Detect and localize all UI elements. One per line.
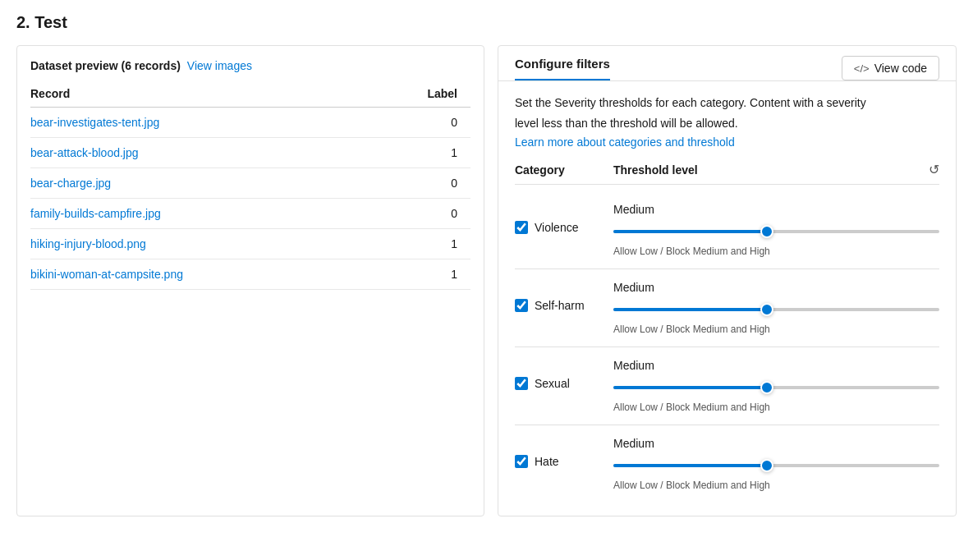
filter-category-name: Hate [535, 455, 559, 468]
page-title: 2. Test [16, 13, 957, 32]
file-name-cell[interactable]: hiking-injury-blood.png [30, 229, 377, 259]
file-name-cell[interactable]: bear-charge.jpg [30, 168, 377, 199]
slider-track [613, 464, 939, 467]
filter-controls: Medium Allow Low / Block Medium and High [613, 437, 939, 491]
view-code-button[interactable]: </> View code [842, 56, 939, 80]
filter-checkbox-self-harm[interactable] [515, 299, 528, 312]
filter-checkbox-label[interactable]: Hate [515, 437, 613, 468]
filter-controls: Medium Allow Low / Block Medium and High [613, 203, 939, 257]
slider-description: Allow Low / Block Medium and High [613, 246, 939, 257]
dataset-title: Dataset preview (6 records) [30, 59, 181, 72]
label-cell: 0 [377, 199, 470, 229]
col-category-header: Category [515, 163, 613, 177]
description-line2: level less than the threshold will be al… [515, 115, 939, 132]
slider-track [613, 386, 939, 389]
label-cell: 1 [377, 229, 470, 259]
file-name-cell[interactable]: bear-attack-blood.jpg [30, 138, 377, 168]
col-threshold-header: Threshold level [613, 163, 929, 177]
view-code-label: View code [874, 62, 927, 75]
configure-filters-tab[interactable]: Configure filters [515, 57, 610, 80]
label-cell: 1 [377, 138, 470, 168]
page-container: 2. Test Dataset preview (6 records) View… [0, 0, 973, 530]
slider-thumb[interactable] [760, 459, 773, 472]
reset-icon[interactable]: ↺ [929, 162, 939, 177]
table-header-row: Record Label [30, 82, 470, 108]
filter-row: Sexual Medium Allow Low / Block Medium a… [515, 347, 939, 425]
slider-fill [613, 386, 767, 389]
slider-description: Allow Low / Block Medium and High [613, 402, 939, 413]
description-line1: Set the Severity thresholds for each cat… [515, 94, 939, 112]
right-panel-header: Configure filters </> View code [498, 46, 956, 80]
table-row: bear-investigates-tent.jpg 0 [30, 108, 470, 138]
file-name-cell[interactable]: bear-investigates-tent.jpg [30, 108, 377, 138]
slider-container [613, 301, 939, 319]
slider-container [613, 379, 939, 397]
filter-checkbox-hate[interactable] [515, 455, 528, 468]
slider-description: Allow Low / Block Medium and High [613, 480, 939, 491]
table-row: family-builds-campfire.jpg 0 [30, 199, 470, 229]
slider-fill [613, 464, 767, 467]
filters-table-header: Category Threshold level ↺ [515, 162, 939, 185]
slider-container [613, 457, 939, 475]
slider-thumb[interactable] [760, 225, 773, 238]
filter-category-name: Self-harm [535, 299, 585, 312]
table-body: bear-investigates-tent.jpg 0 bear-attack… [30, 108, 470, 290]
threshold-level-label: Medium [613, 359, 939, 372]
view-images-link[interactable]: View images [187, 59, 252, 72]
slider-track [613, 230, 939, 233]
slider-thumb[interactable] [760, 303, 773, 316]
table-row: bear-attack-blood.jpg 1 [30, 138, 470, 168]
file-name-cell[interactable]: bikini-woman-at-campsite.png [30, 259, 377, 290]
col-label-header: Label [377, 82, 470, 108]
table-row: hiking-injury-blood.png 1 [30, 229, 470, 259]
slider-description: Allow Low / Block Medium and High [613, 324, 939, 335]
filter-checkbox-violence[interactable] [515, 221, 528, 234]
left-panel: Dataset preview (6 records) View images … [16, 45, 484, 516]
filter-checkbox-label[interactable]: Self-harm [515, 281, 613, 312]
threshold-level-label: Medium [613, 203, 939, 216]
filter-checkbox-sexual[interactable] [515, 377, 528, 390]
filter-controls: Medium Allow Low / Block Medium and High [613, 359, 939, 413]
label-cell: 1 [377, 259, 470, 290]
filter-category-name: Violence [535, 221, 578, 234]
slider-track [613, 308, 939, 311]
filter-category-name: Sexual [535, 377, 570, 390]
file-name-cell[interactable]: family-builds-campfire.jpg [30, 199, 377, 229]
filter-row: Hate Medium Allow Low / Block Medium and… [515, 425, 939, 503]
right-panel: Configure filters </> View code Set the … [498, 45, 957, 516]
label-cell: 0 [377, 108, 470, 138]
filter-checkbox-label[interactable]: Sexual [515, 359, 613, 390]
filter-checkbox-label[interactable]: Violence [515, 203, 613, 234]
filter-row: Self-harm Medium Allow Low / Block Mediu… [515, 269, 939, 347]
filters-list: Violence Medium Allow Low / Block Medium… [515, 191, 939, 503]
col-record-header: Record [30, 82, 377, 108]
dataset-header: Dataset preview (6 records) View images [30, 59, 470, 72]
right-panel-body: Set the Severity thresholds for each cat… [498, 81, 956, 516]
slider-container [613, 223, 939, 241]
slider-fill [613, 308, 767, 311]
threshold-level-label: Medium [613, 437, 939, 450]
learn-more-link[interactable]: Learn more about categories and threshol… [515, 135, 735, 149]
main-content: Dataset preview (6 records) View images … [16, 45, 957, 516]
data-table: Record Label bear-investigates-tent.jpg … [30, 82, 470, 290]
slider-fill [613, 230, 767, 233]
slider-thumb[interactable] [760, 381, 773, 394]
code-icon: </> [854, 62, 870, 75]
tab-container: Configure filters [515, 57, 626, 80]
label-cell: 0 [377, 168, 470, 199]
table-row: bear-charge.jpg 0 [30, 168, 470, 199]
table-row: bikini-woman-at-campsite.png 1 [30, 259, 470, 290]
filter-controls: Medium Allow Low / Block Medium and High [613, 281, 939, 335]
threshold-level-label: Medium [613, 281, 939, 294]
filter-row: Violence Medium Allow Low / Block Medium… [515, 191, 939, 269]
